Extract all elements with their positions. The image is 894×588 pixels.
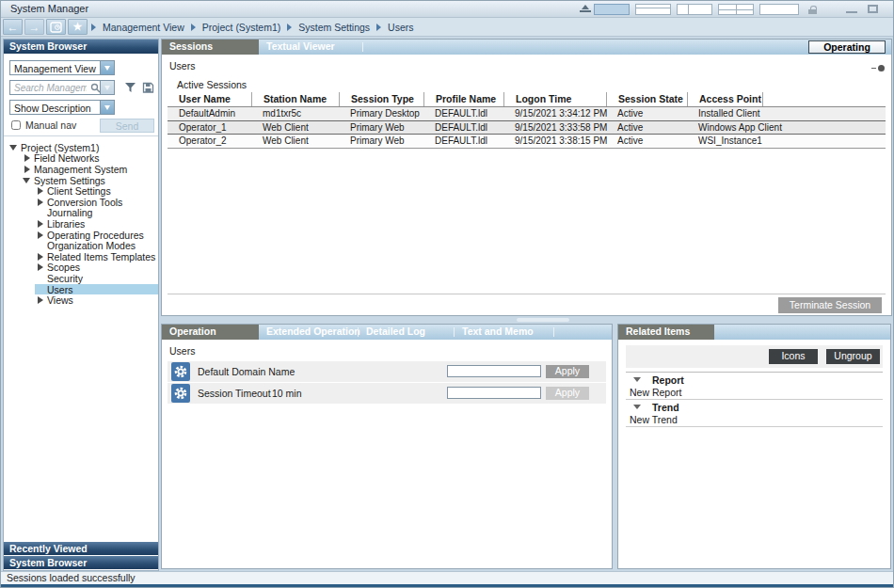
- maximize-icon[interactable]: [868, 5, 878, 13]
- tab-textual-viewer[interactable]: Textual Viewer: [259, 40, 362, 55]
- layout-preset-button-4[interactable]: [718, 4, 754, 15]
- group-expand-icon[interactable]: [633, 405, 641, 409]
- collapse-icon[interactable]: [36, 230, 47, 240]
- lock-icon[interactable]: [808, 6, 817, 14]
- tree-item-system-settings[interactable]: System Settings: [4, 175, 158, 186]
- apply-button[interactable]: Apply: [546, 365, 589, 378]
- tree-item-related-items-templates[interactable]: Related Items Templates: [4, 251, 158, 262]
- group-expand-icon[interactable]: [633, 377, 641, 382]
- search-dropdown[interactable]: [101, 80, 115, 95]
- tree-item-label: Scopes: [47, 262, 80, 273]
- expand-icon[interactable]: [9, 143, 21, 152]
- session-row[interactable]: DefaultAdmin md1txr5c Primary Desktop DE…: [168, 107, 886, 120]
- cell-logon-time: 9/15/2021 3:33:58 PM: [503, 121, 606, 134]
- manual-nav-checkbox[interactable]: [11, 120, 21, 130]
- session-timeout-input[interactable]: [447, 387, 541, 399]
- tab-extended-operation[interactable]: Extended Operation: [259, 325, 358, 340]
- history-button[interactable]: [46, 19, 66, 35]
- horizontal-splitter-handle[interactable]: [517, 318, 569, 322]
- tree-item-label: Security: [47, 273, 83, 284]
- tab-operation[interactable]: Operation: [162, 325, 259, 340]
- recently-viewed-bar[interactable]: Recently Viewed: [4, 542, 158, 555]
- chevron-down-icon[interactable]: [100, 101, 114, 114]
- collapse-icon[interactable]: [36, 198, 47, 207]
- collapse-icon[interactable]: [36, 262, 47, 272]
- expand-icon[interactable]: [23, 176, 34, 185]
- back-button[interactable]: ←: [3, 19, 23, 35]
- gear-icon: [171, 384, 190, 403]
- leaf-spacer: [36, 285, 47, 294]
- layout-preset-button-1[interactable]: [594, 4, 630, 15]
- chevron-down-icon[interactable]: [100, 61, 114, 74]
- column-header-station-name[interactable]: Station Name: [251, 92, 339, 106]
- tree-item-management-system[interactable]: Management System: [4, 164, 158, 175]
- display-mode-dropdown[interactable]: Show Description: [9, 100, 115, 115]
- column-header-logon-time[interactable]: Logon Time: [503, 92, 606, 106]
- favorites-star-icon: ★: [73, 21, 83, 33]
- property-name: Default Domain Name: [198, 361, 295, 382]
- column-header-session-type[interactable]: Session Type: [339, 92, 423, 106]
- tree-item-views[interactable]: Views: [4, 294, 158, 306]
- save-icon[interactable]: [142, 82, 154, 95]
- tree-item-organization-modes[interactable]: Organization Modes: [4, 240, 158, 251]
- session-row-selected[interactable]: Operator_1 Web Client Primary Web DEFAUL…: [168, 120, 886, 135]
- minimize-icon[interactable]: [846, 11, 857, 13]
- collapse-icon[interactable]: [36, 295, 47, 305]
- tab-detailed-log[interactable]: Detailed Log: [359, 325, 454, 340]
- column-header-session-state[interactable]: Session State: [606, 92, 687, 106]
- tab-text-and-memo[interactable]: Text and Memo: [455, 325, 553, 340]
- tree-item-users[interactable]: Users: [4, 284, 158, 295]
- operating-mode-button[interactable]: Operating: [808, 40, 886, 54]
- breadcrumb-system-settings[interactable]: System Settings: [298, 22, 370, 33]
- collapse-icon[interactable]: [23, 165, 34, 174]
- system-browser-bar[interactable]: System Browser: [4, 556, 158, 569]
- layout-preset-button-2[interactable]: [635, 4, 671, 15]
- session-row[interactable]: Operator_2 Web Client Primary Web DEFAUL…: [168, 135, 886, 149]
- tree-item-scopes[interactable]: Scopes: [4, 262, 158, 274]
- layout-preset-button-5[interactable]: [759, 4, 799, 15]
- tree-item-field-networks[interactable]: Field Networks: [4, 153, 158, 165]
- search-input[interactable]: [9, 80, 101, 95]
- breadcrumb-project[interactable]: Project (System1): [202, 22, 280, 33]
- icons-button[interactable]: Icons: [769, 349, 818, 364]
- collapse-icon[interactable]: [36, 219, 47, 229]
- tree-item-journaling[interactable]: Journaling: [4, 208, 158, 219]
- terminate-session-button[interactable]: Terminate Session: [778, 297, 882, 313]
- tab-related-items[interactable]: Related Items: [618, 325, 714, 340]
- leaf-spacer: [36, 241, 47, 250]
- view-selector-dropdown[interactable]: Management View: [9, 60, 115, 75]
- collapse-panes-icon[interactable]: [580, 5, 591, 13]
- filter-icon[interactable]: [124, 82, 136, 95]
- ungroup-button[interactable]: Ungroup: [826, 349, 880, 364]
- tab-sessions[interactable]: Sessions: [162, 40, 259, 55]
- related-items-tree: Report New Report Trend New Trend: [626, 372, 883, 427]
- collapse-icon[interactable]: [23, 153, 34, 163]
- default-domain-name-input[interactable]: [447, 365, 541, 377]
- tree-item-libraries[interactable]: Libraries: [4, 218, 158, 230]
- object-label: Users: [169, 60, 195, 72]
- tree-item-operating-procedures[interactable]: Operating Procedures: [4, 230, 158, 241]
- group-trend[interactable]: Trend: [626, 400, 883, 414]
- pane-splitter-handle[interactable]: [871, 65, 885, 72]
- breadcrumb-management-view[interactable]: Management View: [103, 22, 184, 33]
- forward-button[interactable]: →: [24, 19, 44, 35]
- table-footer-divider: [168, 294, 886, 294]
- breadcrumb-users[interactable]: Users: [388, 22, 413, 33]
- collapse-icon[interactable]: [36, 186, 47, 196]
- group-report[interactable]: Report: [626, 373, 883, 387]
- send-button[interactable]: Send: [100, 119, 154, 133]
- tree-item-project[interactable]: Project (System1): [4, 142, 158, 153]
- column-header-access-point[interactable]: Access Point: [687, 92, 762, 106]
- layout-preset-button-3[interactable]: [677, 4, 712, 15]
- column-header-profile-name[interactable]: Profile Name: [423, 92, 503, 106]
- apply-button-disabled[interactable]: Apply: [546, 387, 589, 400]
- related-item-new-report[interactable]: New Report: [626, 387, 883, 400]
- tree-item-client-settings[interactable]: Client Settings: [4, 185, 158, 197]
- column-header-user-name[interactable]: User Name: [168, 92, 251, 106]
- collapse-icon[interactable]: [36, 252, 47, 262]
- tree-item-conversion-tools[interactable]: Conversion Tools: [4, 197, 158, 208]
- cell-station-name: md1txr5c: [251, 107, 339, 120]
- related-item-new-trend[interactable]: New Trend: [626, 414, 883, 427]
- tree-item-security[interactable]: Security: [4, 273, 158, 284]
- favorites-button[interactable]: ★: [68, 19, 88, 35]
